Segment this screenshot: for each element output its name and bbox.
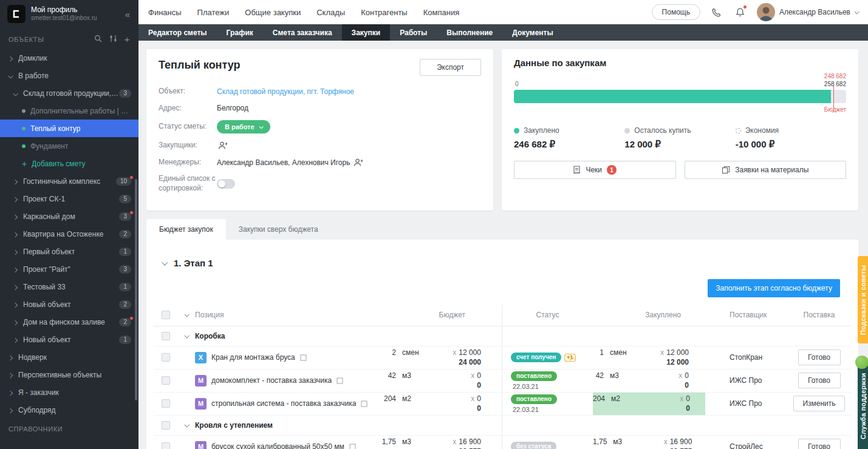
sidebar-item-object[interactable]: Проект "Райт" 3 <box>0 260 138 278</box>
select-all-checkbox[interactable] <box>162 311 170 319</box>
documents-icon <box>722 166 730 174</box>
nav-warehouses[interactable]: Склады <box>316 8 345 17</box>
delivery-action-button[interactable]: Готово <box>798 373 841 388</box>
sidebar-item-estimate[interactable]: Дополнительные работы | Фун... <box>0 102 138 120</box>
phone-icon[interactable] <box>709 5 724 19</box>
user-menu[interactable]: Александр Васильев <box>757 3 858 21</box>
sidebar-item-object[interactable]: Домклик <box>0 49 138 67</box>
sidebar-item-group[interactable]: Я - заказчик <box>0 383 138 401</box>
status-badge[interactable]: счет получен <box>511 353 561 362</box>
row-checkbox[interactable] <box>162 376 170 385</box>
tab-client-estimate[interactable]: Смета заказчика <box>263 24 342 41</box>
material-requests-button[interactable]: Заявки на материалы <box>685 161 847 179</box>
group-checkbox[interactable] <box>162 421 170 430</box>
tips-side-tab[interactable]: Подсказки и советы <box>858 256 868 343</box>
group-row[interactable]: Кровля с утеплением <box>154 416 851 436</box>
position-name[interactable]: брусок сухой калиброванный 50x50 мм <box>211 442 344 449</box>
note-icon[interactable] <box>337 377 343 384</box>
add-person-icon[interactable] <box>218 141 228 150</box>
sidebar-item-object[interactable]: Квартира на Остоженке 2 <box>0 225 138 243</box>
position-name[interactable]: домокомплект - поставка заказчика <box>211 376 332 385</box>
col-position: Позиция <box>195 311 374 319</box>
table-header: Позиция Бюджет Статус Закуплено Поставщи… <box>154 305 851 326</box>
position-name[interactable]: стропильная система - поставка заказчика <box>211 399 356 408</box>
group-row[interactable]: Коробка <box>154 326 851 346</box>
add-object-icon[interactable]: + <box>125 35 130 44</box>
nav-company[interactable]: Компания <box>423 8 460 17</box>
group-checkbox[interactable] <box>162 332 170 340</box>
chevron-right-icon <box>8 390 13 395</box>
help-button[interactable]: Помощь <box>652 4 700 20</box>
nav-payments[interactable]: Платежи <box>197 8 230 17</box>
status-extra-badge[interactable]: +1 <box>564 354 575 362</box>
fill-stage-button[interactable]: Заполнить этап согласно бюджету <box>708 279 840 297</box>
tab-progress[interactable]: Выполнение <box>437 24 502 41</box>
directories-section-header[interactable]: СПРАВОЧНИКИ <box>0 419 138 438</box>
delivery-action-button[interactable]: Изменить <box>793 396 844 411</box>
sidebar-scrollbar[interactable] <box>135 179 137 400</box>
stage-header[interactable]: 1. Этап 1 <box>162 258 842 268</box>
sidebar-item-object[interactable]: Гостиничный комплекс 10 <box>0 172 138 190</box>
note-icon[interactable] <box>361 400 367 407</box>
sidebar-item-group[interactable]: Субподряд <box>0 401 138 419</box>
nav-common-purchases[interactable]: Общие закупки <box>245 8 301 17</box>
tab-editor[interactable]: Редактор сметы <box>138 24 217 41</box>
status-badge[interactable]: без статуса <box>511 442 556 449</box>
chevron-down-icon[interactable] <box>184 312 189 317</box>
delivery-action-button[interactable]: Готово <box>798 349 841 365</box>
bell-icon[interactable] <box>733 5 748 19</box>
status-badge[interactable]: поставлено <box>511 371 557 381</box>
sidebar-item-object[interactable]: Склад готовой продукции, пгт. 3 <box>0 84 138 102</box>
table-row[interactable]: М домокомплект - поставка заказчика 42 м… <box>154 370 851 393</box>
tab-works[interactable]: Работы <box>390 24 437 41</box>
row-checkbox[interactable] <box>162 399 170 408</box>
sidebar-item-group[interactable]: В работе <box>0 67 138 84</box>
sidebar-collapse-icon[interactable]: « <box>123 8 132 21</box>
tab-schedule[interactable]: График <box>217 24 263 41</box>
chevron-right-icon <box>13 320 18 325</box>
search-icon[interactable] <box>94 35 102 44</box>
count-badge: 3 <box>119 89 131 98</box>
profile-block[interactable]: Мой профиль smetter.test01@inbox.ru « <box>0 0 138 28</box>
sidebar-item-estimate-selected[interactable]: Теплый контур <box>0 120 138 137</box>
row-checkbox[interactable] <box>162 353 170 362</box>
row-checkbox[interactable] <box>162 442 170 449</box>
note-icon[interactable] <box>300 354 307 361</box>
add-estimate-button[interactable]: + Добавить смету <box>0 155 138 172</box>
object-link[interactable]: Склад готовой продукции, пгт. Торфяное <box>217 87 354 96</box>
objects-section-header: ОБЪЕКТЫ + <box>0 28 138 49</box>
sidebar-item-group[interactable]: Нодверк <box>0 348 138 366</box>
add-person-icon[interactable] <box>354 158 364 167</box>
tab-purchases[interactable]: Закупки <box>342 24 391 41</box>
table-row[interactable]: X Кран для монтажа бруса 2 смен x12 0002… <box>154 346 851 370</box>
sidebar-item-object[interactable]: Каркасный дом 3 <box>0 208 138 225</box>
position-name[interactable]: Кран для монтажа бруса <box>211 353 295 362</box>
sidebar-item-object[interactable]: Новый объект 2 <box>0 295 138 313</box>
chevron-right-icon <box>8 408 13 413</box>
nav-finances[interactable]: Финансы <box>148 8 182 17</box>
note-icon[interactable] <box>349 444 356 449</box>
nav-contractors[interactable]: Контрагенты <box>361 8 408 17</box>
delivery-action-button[interactable]: Готово <box>798 439 841 449</box>
sidebar-item-estimate[interactable]: Фундамент <box>0 137 138 155</box>
chevron-down-icon[interactable] <box>184 422 189 427</box>
sidebar-item-object[interactable]: Первый объект 1 <box>0 243 138 260</box>
status-badge[interactable]: поставлено <box>511 394 557 404</box>
sidebar-item-group[interactable]: Перспективные объекты <box>0 366 138 383</box>
support-side-tab[interactable]: Служба поддержки <box>858 363 868 449</box>
table-row[interactable]: М брусок сухой калиброванный 50x50 мм 1,… <box>154 436 851 449</box>
sidebar-item-object[interactable]: Проект СК-1 5 <box>0 190 138 208</box>
tab-over-budget[interactable]: Закупки сверх бюджета <box>226 219 331 240</box>
checks-button[interactable]: Чеки 1 <box>514 161 676 179</box>
sidebar-item-object[interactable]: Дом на финском заливе 2 <box>0 313 138 331</box>
export-button[interactable]: Экспорт <box>420 59 481 76</box>
chevron-down-icon[interactable] <box>184 333 189 338</box>
sidebar-item-object[interactable]: Тестовый 33 1 <box>0 278 138 295</box>
table-row[interactable]: М стропильная система - поставка заказчи… <box>154 393 851 416</box>
tab-documents[interactable]: Документы <box>502 24 562 41</box>
single-list-toggle[interactable] <box>217 179 235 189</box>
estimate-status-dropdown[interactable]: В работе <box>217 120 270 133</box>
sidebar-item-object[interactable]: Новый объект 1 <box>0 331 138 348</box>
filter-icon[interactable] <box>109 35 117 44</box>
tab-purchase-budget[interactable]: Бюджет закупок <box>146 219 226 240</box>
